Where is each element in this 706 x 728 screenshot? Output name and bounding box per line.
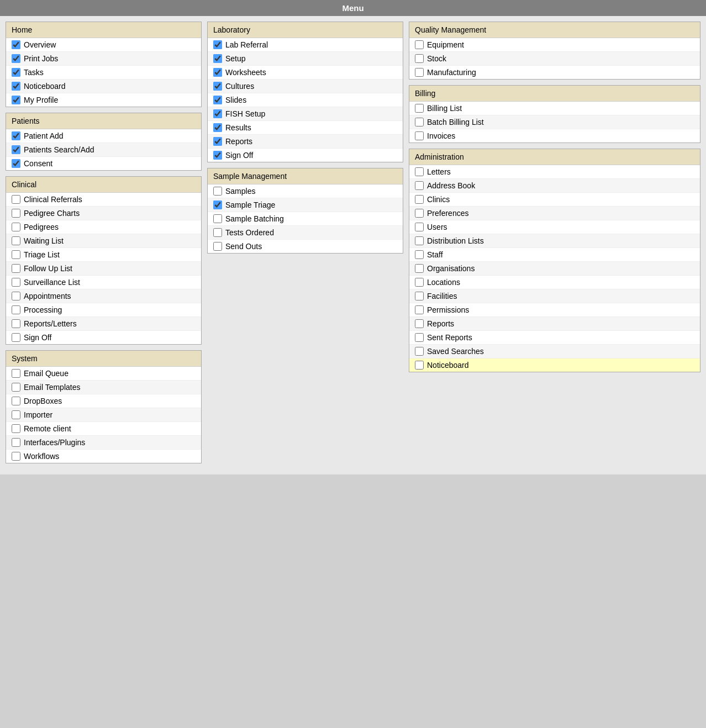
- administration-section: Administration Letters Address Book Clin…: [409, 149, 700, 372]
- print-jobs-checkbox[interactable]: [12, 54, 20, 63]
- lab-reports-checkbox[interactable]: [213, 137, 222, 146]
- list-item: Noticeboard: [6, 80, 201, 93]
- admin-reports-checkbox[interactable]: [415, 319, 424, 328]
- processing-checkbox[interactable]: [12, 305, 20, 314]
- list-item: Consent: [6, 157, 201, 170]
- stock-checkbox[interactable]: [415, 54, 424, 63]
- list-item: Pedigrees: [6, 220, 201, 234]
- triage-list-checkbox[interactable]: [12, 250, 20, 259]
- list-item: Permissions: [409, 303, 700, 317]
- patients-search-add-checkbox[interactable]: [12, 145, 20, 154]
- clinical-referrals-checkbox[interactable]: [12, 195, 20, 204]
- waiting-list-checkbox[interactable]: [12, 236, 20, 245]
- sample-management-section: Sample Management Samples Sample Triage …: [207, 168, 403, 254]
- follow-up-list-checkbox[interactable]: [12, 264, 20, 273]
- email-queue-checkbox[interactable]: [12, 369, 20, 378]
- equipment-checkbox[interactable]: [415, 40, 424, 49]
- sent-reports-checkbox[interactable]: [415, 333, 424, 342]
- pedigree-charts-checkbox[interactable]: [12, 209, 20, 218]
- laboratory-items: Lab Referral Setup Worksheets Cultures S…: [208, 38, 403, 162]
- my-profile-checkbox[interactable]: [12, 96, 20, 104]
- remote-client-checkbox[interactable]: [12, 424, 20, 433]
- setup-checkbox[interactable]: [213, 54, 222, 63]
- system-section: System Email Queue Email Templates DropB…: [6, 350, 202, 463]
- list-item: Reports: [409, 317, 700, 331]
- list-item: Workflows: [6, 450, 201, 463]
- sample-triage-checkbox[interactable]: [213, 201, 222, 209]
- facilities-checkbox[interactable]: [415, 292, 424, 300]
- samples-checkbox[interactable]: [213, 187, 222, 196]
- cultures-checkbox[interactable]: [213, 82, 222, 91]
- list-item: Interfaces/Plugins: [6, 436, 201, 450]
- interfaces-plugins-checkbox[interactable]: [12, 438, 20, 447]
- letters-checkbox[interactable]: [415, 167, 424, 176]
- list-item: Distribution Lists: [409, 234, 700, 248]
- clinical-sign-off-checkbox[interactable]: [12, 333, 20, 342]
- locations-checkbox[interactable]: [415, 278, 424, 287]
- users-checkbox[interactable]: [415, 223, 424, 231]
- address-book-checkbox[interactable]: [415, 181, 424, 190]
- list-item: Address Book: [409, 179, 700, 193]
- workflows-checkbox[interactable]: [12, 452, 20, 461]
- consent-checkbox[interactable]: [12, 159, 20, 168]
- worksheets-checkbox[interactable]: [213, 68, 222, 77]
- left-column: Home Overview Print Jobs Tasks Noticebo: [6, 22, 202, 469]
- list-item: Sign Off: [208, 149, 403, 162]
- slides-checkbox[interactable]: [213, 96, 222, 104]
- list-item: Setup: [208, 52, 403, 66]
- reports-letters-checkbox[interactable]: [12, 319, 20, 328]
- system-header: System: [6, 351, 201, 367]
- list-item: Noticeboard: [409, 358, 700, 372]
- permissions-checkbox[interactable]: [415, 305, 424, 314]
- send-outs-checkbox[interactable]: [213, 242, 222, 251]
- list-item: Waiting List: [6, 234, 201, 248]
- billing-list-checkbox[interactable]: [415, 104, 424, 113]
- list-item: Tasks: [6, 66, 201, 80]
- results-checkbox[interactable]: [213, 123, 222, 132]
- batch-billing-list-checkbox[interactable]: [415, 118, 424, 126]
- list-item: Tests Ordered: [208, 226, 403, 240]
- email-templates-checkbox[interactable]: [12, 383, 20, 392]
- distribution-lists-checkbox[interactable]: [415, 236, 424, 245]
- list-item: Sign Off: [6, 331, 201, 344]
- clinical-items: Clinical Referrals Pedigree Charts Pedig…: [6, 193, 201, 344]
- appointments-checkbox[interactable]: [12, 292, 20, 300]
- patient-add-checkbox[interactable]: [12, 131, 20, 140]
- list-item: Sample Triage: [208, 198, 403, 212]
- preferences-checkbox[interactable]: [415, 209, 424, 218]
- staff-checkbox[interactable]: [415, 250, 424, 259]
- surveillance-list-checkbox[interactable]: [12, 278, 20, 287]
- list-item: FISH Setup: [208, 107, 403, 121]
- home-header: Home: [6, 22, 201, 38]
- list-item: Reports/Letters: [6, 317, 201, 331]
- list-item: Appointments: [6, 289, 201, 303]
- fish-setup-checkbox[interactable]: [213, 109, 222, 118]
- patients-header: Patients: [6, 113, 201, 129]
- list-item: Locations: [409, 276, 700, 289]
- sample-batching-checkbox[interactable]: [213, 214, 222, 223]
- list-item: Pedigree Charts: [6, 207, 201, 220]
- tests-ordered-checkbox[interactable]: [213, 228, 222, 237]
- patients-items: Patient Add Patients Search/Add Consent: [6, 129, 201, 170]
- title-bar: Menu: [0, 0, 706, 16]
- quality-management-section: Quality Management Equipment Stock Manuf…: [409, 22, 700, 80]
- admin-noticeboard-checkbox[interactable]: [415, 361, 424, 370]
- saved-searches-checkbox[interactable]: [415, 347, 424, 356]
- lab-sign-off-checkbox[interactable]: [213, 151, 222, 160]
- dropboxes-checkbox[interactable]: [12, 397, 20, 405]
- list-item: Sent Reports: [409, 331, 700, 345]
- list-item: Send Outs: [208, 240, 403, 253]
- manufacturing-checkbox[interactable]: [415, 68, 424, 77]
- pedigrees-checkbox[interactable]: [12, 223, 20, 231]
- list-item: Reports: [208, 135, 403, 149]
- invoices-checkbox[interactable]: [415, 131, 424, 140]
- importer-checkbox[interactable]: [12, 410, 20, 419]
- quality-management-items: Equipment Stock Manufacturing: [409, 38, 700, 79]
- clinical-header: Clinical: [6, 177, 201, 193]
- tasks-checkbox[interactable]: [12, 68, 20, 77]
- noticeboard-checkbox[interactable]: [12, 82, 20, 91]
- clinics-checkbox[interactable]: [415, 195, 424, 204]
- overview-checkbox[interactable]: [12, 40, 20, 49]
- lab-referral-checkbox[interactable]: [213, 40, 222, 49]
- organisations-checkbox[interactable]: [415, 264, 424, 273]
